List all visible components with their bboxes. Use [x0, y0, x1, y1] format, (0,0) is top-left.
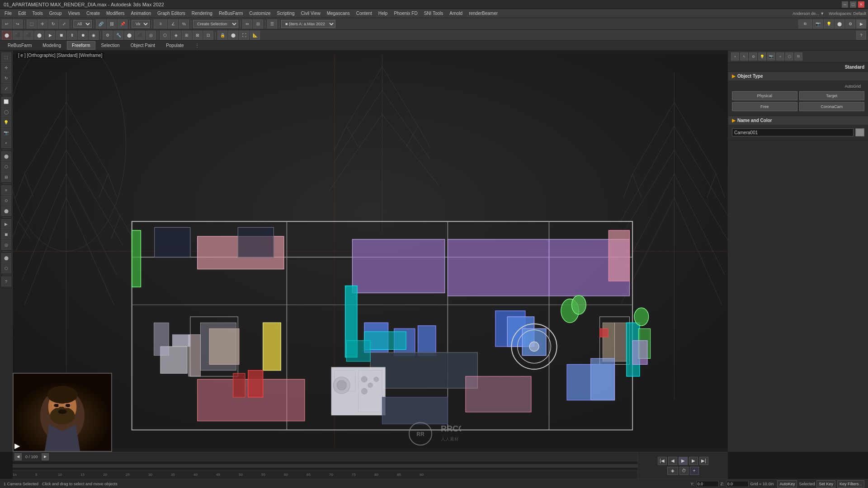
tab-freeform[interactable]: Freeform [67, 41, 95, 50]
s-btn9[interactable]: ◉ [89, 31, 99, 40]
y-input[interactable] [696, 481, 719, 487]
render-setup-button[interactable]: ⚙ [845, 19, 855, 28]
camera-view-button[interactable]: 📷 [813, 19, 823, 28]
unlink-button[interactable]: ⛓ [107, 19, 117, 28]
z-input[interactable] [726, 481, 749, 487]
lt-mod3[interactable]: ⊞ [1, 172, 11, 182]
scale-button[interactable]: ⤢ [59, 19, 69, 28]
tab-modeling[interactable]: Modeling [38, 41, 66, 50]
tab-more[interactable]: ⋮ [190, 41, 204, 50]
timeline-track[interactable] [13, 461, 728, 470]
menu-phoenix[interactable]: Phoenix FD [391, 10, 420, 17]
layers-button[interactable]: ⧉ [798, 19, 812, 28]
physical-btn[interactable]: Physical [732, 91, 797, 100]
menu-arnold[interactable]: Arnold [447, 10, 465, 17]
create-selection-dropdown[interactable]: Create Selection Se... [193, 20, 238, 28]
panel-icon-space[interactable]: ⬡ [785, 52, 793, 61]
menu-create[interactable]: Create [84, 10, 103, 17]
undo-button[interactable]: ↩ [2, 19, 12, 28]
lt-move[interactable]: ✛ [1, 63, 11, 73]
material-button[interactable]: ⬤ [835, 19, 844, 28]
menu-help[interactable]: Help [376, 10, 391, 17]
s-btn4[interactable]: ⬤ [34, 31, 44, 40]
lt-cameras[interactable]: 📷 [1, 128, 11, 138]
s-help[interactable]: ? [856, 31, 866, 40]
snap-button[interactable]: 3 [154, 19, 167, 28]
autokey-btn[interactable]: AutoKey [777, 480, 797, 488]
s-btn1[interactable]: ⬤ [2, 31, 12, 40]
lt-rotate[interactable]: ↻ [1, 73, 11, 83]
menu-modifiers[interactable]: Modifiers [104, 10, 127, 17]
menu-rebusf[interactable]: ReBusFarm [216, 10, 245, 17]
menu-graph-editors[interactable]: Graph Editors [155, 10, 188, 17]
redo-button[interactable]: ↪ [13, 19, 23, 28]
s-btn11[interactable]: 🔧 [113, 31, 123, 40]
keyframe-btn[interactable]: ◈ [667, 467, 678, 475]
s-btn5[interactable]: ▶ [45, 31, 55, 40]
named-sets-button[interactable]: ☰ [267, 19, 277, 28]
target-btn[interactable]: Target [799, 91, 865, 100]
menu-edit[interactable]: Edit [15, 10, 28, 17]
panel-icon-helper[interactable]: + [776, 52, 784, 61]
viewport[interactable]: [ e ] [Orthographic] [Standard] [Wirefra… [13, 51, 728, 452]
menu-sni[interactable]: SNI Tools [421, 10, 446, 17]
s-btn21[interactable]: ⬤ [228, 31, 238, 40]
go-end-btn[interactable]: ▶| [699, 457, 708, 465]
free-btn[interactable]: Free [732, 102, 797, 111]
panel-icon-cursor[interactable]: ↖ [740, 52, 748, 61]
preview-arrow[interactable]: ▶ [14, 441, 20, 450]
s-btn17[interactable]: ⊞ [182, 31, 192, 40]
menu-animation[interactable]: Animation [128, 10, 154, 17]
menu-megascans[interactable]: Megascans [324, 10, 353, 17]
timeline-expand[interactable]: ◀ [14, 453, 22, 460]
align-button[interactable]: ⊟ [253, 19, 263, 28]
select-button[interactable]: ⬚ [27, 19, 37, 28]
light-button[interactable]: 💡 [824, 19, 834, 28]
menu-content[interactable]: Content [354, 10, 375, 17]
panel-icon-light[interactable]: 💡 [758, 52, 766, 61]
panel-icon-plus[interactable]: + [731, 52, 739, 61]
bind-button[interactable]: 📌 [118, 19, 127, 28]
menu-civil[interactable]: Civil View [298, 10, 323, 17]
go-start-btn[interactable]: |◀ [658, 457, 667, 465]
close-button[interactable]: ✕ [858, 1, 864, 8]
menu-customize[interactable]: Customize [246, 10, 273, 17]
menu-views[interactable]: Views [66, 10, 83, 17]
tab-selection[interactable]: Selection [96, 41, 125, 50]
lt-geometry[interactable]: ⬜ [1, 97, 11, 107]
lt-help[interactable]: ? [1, 277, 11, 286]
menu-group[interactable]: Group [47, 10, 65, 17]
s-btn10[interactable]: ⚙ [103, 31, 113, 40]
s-btn13[interactable]: ⬛ [135, 31, 145, 40]
lt-mod2[interactable]: ⬡ [1, 162, 11, 172]
s-btn16[interactable]: ◈ [171, 31, 181, 40]
s-btn22[interactable]: ⛶ [239, 31, 249, 40]
plus-btn[interactable]: + [690, 467, 699, 475]
tab-rebusf[interactable]: ReBusFarm [3, 41, 37, 50]
render-button[interactable]: ▶ [856, 19, 866, 28]
move-button[interactable]: ✛ [38, 19, 47, 28]
s-btn14[interactable]: ◎ [146, 31, 156, 40]
rotate-button[interactable]: ↻ [48, 19, 58, 28]
time-config-btn[interactable]: ⏱ [679, 467, 689, 475]
lt-shapes[interactable]: ◯ [1, 107, 11, 117]
lt-util2[interactable]: ⬡ [1, 263, 11, 273]
timeline-collapse[interactable]: ▶ [42, 453, 49, 460]
lt-anim3[interactable]: ◎ [1, 240, 11, 250]
lt-anim2[interactable]: ⏹ [1, 230, 11, 239]
s-btn20[interactable]: 🔒 [217, 31, 227, 40]
lt-select[interactable]: ⬚ [1, 52, 11, 62]
coronacam-btn[interactable]: CoronaCam [799, 102, 865, 111]
link-button[interactable]: 🔗 [96, 19, 106, 28]
percent-snap-button[interactable]: % [179, 19, 189, 28]
s-btn15[interactable]: ⬡ [160, 31, 170, 40]
prev-frame-btn[interactable]: ◀ [668, 457, 677, 465]
key-filters-btn[interactable]: Key Filters... [837, 480, 864, 488]
lt-helpers[interactable]: + [1, 138, 11, 148]
s-btn8[interactable]: ⏺ [78, 31, 88, 40]
camera-name-input[interactable] [732, 128, 854, 136]
mirror-button[interactable]: ⇔ [242, 19, 252, 28]
lt-anim1[interactable]: ▶ [1, 219, 11, 229]
panel-icon-cam[interactable]: 📷 [767, 52, 775, 61]
s-btn23[interactable]: 📐 [250, 31, 260, 40]
